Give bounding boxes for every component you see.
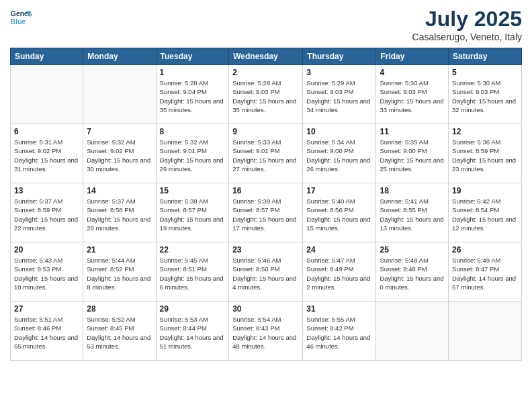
calendar-cell: 11Sunrise: 5:35 AM Sunset: 9:00 PM Dayli… (376, 124, 449, 183)
calendar-cell: 17Sunrise: 5:40 AM Sunset: 8:56 PM Dayli… (303, 183, 376, 242)
location: Casalserugo, Veneto, Italy (412, 32, 522, 42)
day-number: 10 (306, 127, 372, 136)
day-info: Sunrise: 5:36 AM Sunset: 8:59 PM Dayligh… (452, 138, 518, 173)
day-number: 24 (306, 245, 372, 255)
day-number: 4 (380, 68, 445, 77)
day-number: 19 (452, 186, 518, 195)
day-number: 13 (14, 186, 79, 195)
calendar-cell: 22Sunrise: 5:45 AM Sunset: 8:51 PM Dayli… (156, 242, 229, 302)
day-info: Sunrise: 5:51 AM Sunset: 8:46 PM Dayligh… (14, 315, 79, 351)
calendar-cell: 29Sunrise: 5:53 AM Sunset: 8:44 PM Dayli… (156, 302, 229, 361)
weekday-header-thursday: Thursday (303, 48, 376, 65)
weekday-header-tuesday: Tuesday (156, 48, 229, 65)
day-number: 26 (452, 245, 518, 255)
day-number: 12 (452, 127, 518, 136)
month-title: July 2025 (412, 7, 522, 32)
day-info: Sunrise: 5:30 AM Sunset: 9:03 PM Dayligh… (380, 79, 445, 114)
day-number: 16 (232, 186, 299, 195)
day-info: Sunrise: 5:34 AM Sunset: 9:00 PM Dayligh… (306, 138, 372, 173)
calendar-cell: 4Sunrise: 5:30 AM Sunset: 9:03 PM Daylig… (376, 65, 449, 124)
day-number: 23 (232, 245, 299, 255)
calendar-cell: 14Sunrise: 5:37 AM Sunset: 8:58 PM Dayli… (83, 183, 156, 242)
header: General Blue July 2025 Casalserugo, Vene… (10, 7, 522, 42)
calendar-cell: 26Sunrise: 5:49 AM Sunset: 8:47 PM Dayli… (449, 242, 522, 302)
day-info: Sunrise: 5:28 AM Sunset: 9:04 PM Dayligh… (160, 79, 226, 114)
day-number: 6 (14, 127, 79, 136)
day-info: Sunrise: 5:37 AM Sunset: 8:58 PM Dayligh… (87, 197, 152, 232)
day-info: Sunrise: 5:47 AM Sunset: 8:49 PM Dayligh… (306, 256, 372, 291)
weekday-header-row: SundayMondayTuesdayWednesdayThursdayFrid… (11, 48, 522, 65)
calendar-cell: 21Sunrise: 5:44 AM Sunset: 8:52 PM Dayli… (83, 242, 156, 302)
day-number: 31 (306, 304, 372, 314)
day-number: 11 (380, 127, 445, 136)
calendar-cell: 18Sunrise: 5:41 AM Sunset: 8:55 PM Dayli… (376, 183, 449, 242)
calendar-cell: 23Sunrise: 5:46 AM Sunset: 8:50 PM Dayli… (229, 242, 303, 302)
week-row-1: 1Sunrise: 5:28 AM Sunset: 9:04 PM Daylig… (11, 65, 522, 124)
calendar-cell: 19Sunrise: 5:42 AM Sunset: 8:54 PM Dayli… (449, 183, 522, 242)
day-info: Sunrise: 5:40 AM Sunset: 8:56 PM Dayligh… (306, 197, 372, 232)
day-number: 30 (232, 304, 299, 314)
day-number: 21 (87, 245, 152, 255)
calendar-cell: 16Sunrise: 5:39 AM Sunset: 8:57 PM Dayli… (229, 183, 303, 242)
calendar-cell: 15Sunrise: 5:38 AM Sunset: 8:57 PM Dayli… (156, 183, 229, 242)
day-number: 25 (380, 245, 445, 255)
day-info: Sunrise: 5:43 AM Sunset: 8:53 PM Dayligh… (14, 256, 79, 291)
day-info: Sunrise: 5:32 AM Sunset: 9:02 PM Dayligh… (87, 138, 152, 173)
calendar-cell (83, 65, 156, 124)
day-info: Sunrise: 5:49 AM Sunset: 8:47 PM Dayligh… (452, 256, 518, 291)
day-number: 9 (232, 127, 299, 136)
day-info: Sunrise: 5:29 AM Sunset: 9:03 PM Dayligh… (306, 79, 372, 114)
day-info: Sunrise: 5:42 AM Sunset: 8:54 PM Dayligh… (452, 197, 518, 232)
day-info: Sunrise: 5:30 AM Sunset: 9:03 PM Dayligh… (452, 79, 518, 114)
weekday-header-saturday: Saturday (449, 48, 522, 65)
calendar-cell: 1Sunrise: 5:28 AM Sunset: 9:04 PM Daylig… (156, 65, 229, 124)
calendar-cell (11, 65, 83, 124)
logo: General Blue (10, 7, 33, 28)
calendar-cell: 6Sunrise: 5:31 AM Sunset: 9:02 PM Daylig… (11, 124, 83, 183)
calendar-cell: 28Sunrise: 5:52 AM Sunset: 8:45 PM Dayli… (83, 302, 156, 361)
day-info: Sunrise: 5:39 AM Sunset: 8:57 PM Dayligh… (232, 197, 299, 232)
logo-icon: General Blue (10, 7, 32, 28)
day-number: 29 (160, 304, 226, 314)
weekday-header-sunday: Sunday (11, 48, 83, 65)
calendar-table: SundayMondayTuesdayWednesdayThursdayFrid… (10, 48, 522, 361)
calendar-cell: 13Sunrise: 5:37 AM Sunset: 8:59 PM Dayli… (11, 183, 83, 242)
week-row-4: 20Sunrise: 5:43 AM Sunset: 8:53 PM Dayli… (11, 242, 522, 302)
calendar-cell: 30Sunrise: 5:54 AM Sunset: 8:43 PM Dayli… (229, 302, 303, 361)
day-info: Sunrise: 5:38 AM Sunset: 8:57 PM Dayligh… (160, 197, 226, 232)
day-number: 22 (160, 245, 226, 255)
day-info: Sunrise: 5:44 AM Sunset: 8:52 PM Dayligh… (87, 256, 152, 291)
calendar-cell: 24Sunrise: 5:47 AM Sunset: 8:49 PM Dayli… (303, 242, 376, 302)
day-info: Sunrise: 5:35 AM Sunset: 9:00 PM Dayligh… (380, 138, 445, 173)
weekday-header-monday: Monday (83, 48, 156, 65)
day-info: Sunrise: 5:55 AM Sunset: 8:42 PM Dayligh… (306, 315, 372, 351)
day-info: Sunrise: 5:37 AM Sunset: 8:59 PM Dayligh… (14, 197, 79, 232)
day-info: Sunrise: 5:41 AM Sunset: 8:55 PM Dayligh… (380, 197, 445, 232)
day-number: 2 (232, 68, 299, 77)
day-info: Sunrise: 5:33 AM Sunset: 9:01 PM Dayligh… (232, 138, 299, 173)
day-info: Sunrise: 5:32 AM Sunset: 9:01 PM Dayligh… (160, 138, 226, 173)
calendar-cell: 8Sunrise: 5:32 AM Sunset: 9:01 PM Daylig… (156, 124, 229, 183)
day-number: 1 (160, 68, 226, 77)
day-number: 8 (160, 127, 226, 136)
day-info: Sunrise: 5:54 AM Sunset: 8:43 PM Dayligh… (232, 315, 299, 351)
weekday-header-wednesday: Wednesday (229, 48, 303, 65)
calendar-cell: 3Sunrise: 5:29 AM Sunset: 9:03 PM Daylig… (303, 65, 376, 124)
calendar-cell: 7Sunrise: 5:32 AM Sunset: 9:02 PM Daylig… (83, 124, 156, 183)
day-info: Sunrise: 5:46 AM Sunset: 8:50 PM Dayligh… (232, 256, 299, 291)
calendar-cell: 12Sunrise: 5:36 AM Sunset: 8:59 PM Dayli… (449, 124, 522, 183)
day-number: 14 (87, 186, 152, 195)
day-number: 20 (14, 245, 79, 255)
day-info: Sunrise: 5:53 AM Sunset: 8:44 PM Dayligh… (160, 315, 226, 351)
day-number: 7 (87, 127, 152, 136)
weekday-header-friday: Friday (376, 48, 449, 65)
day-info: Sunrise: 5:48 AM Sunset: 8:48 PM Dayligh… (380, 256, 445, 291)
calendar-cell (376, 302, 449, 361)
day-info: Sunrise: 5:31 AM Sunset: 9:02 PM Dayligh… (14, 138, 79, 173)
calendar-cell: 5Sunrise: 5:30 AM Sunset: 9:03 PM Daylig… (449, 65, 522, 124)
day-number: 3 (306, 68, 372, 77)
day-number: 18 (380, 186, 445, 195)
calendar-cell (449, 302, 522, 361)
title-block: July 2025 Casalserugo, Veneto, Italy (412, 7, 522, 42)
page: General Blue July 2025 Casalserugo, Vene… (0, 0, 532, 411)
